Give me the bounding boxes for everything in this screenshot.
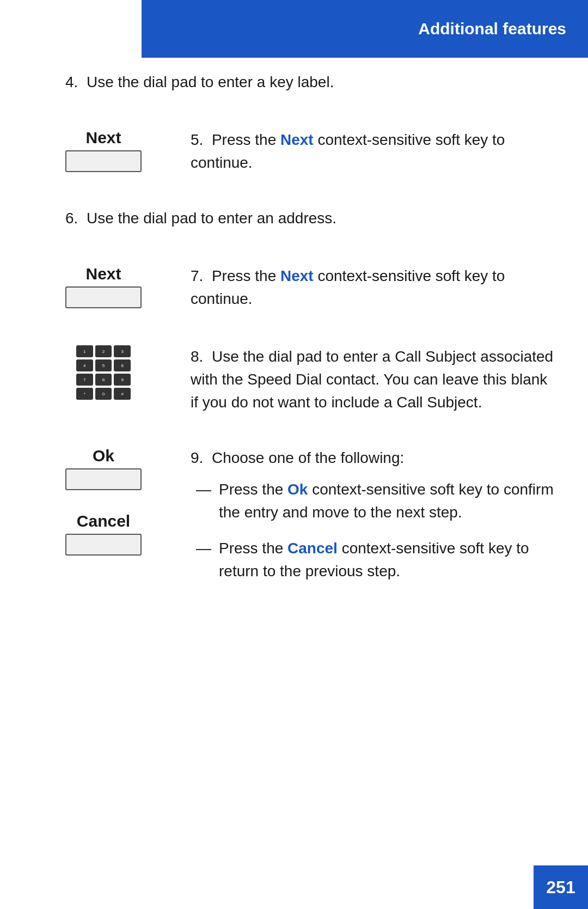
step-7-number: 7. xyxy=(191,267,203,284)
cancel-key-label: Cancel xyxy=(77,512,130,530)
next-key-box-1 xyxy=(65,150,142,172)
step-5-left: Next xyxy=(33,126,174,172)
dial-pad-key-8: 8 xyxy=(95,374,112,386)
step-7-right: 7. Press the Next context-sensitive soft… xyxy=(174,263,555,310)
dial-pad-key-2: 2 xyxy=(95,345,112,357)
step-7-left: Next xyxy=(33,263,174,308)
next-key-box-2 xyxy=(65,286,142,308)
step-6-row: 6. Use the dial pad to enter an address. xyxy=(33,207,555,230)
sub-1-highlight: Ok xyxy=(287,481,308,498)
dial-pad-key-7: 7 xyxy=(76,374,93,386)
dial-pad-key-0: 0 xyxy=(95,388,112,400)
dial-pad-key-9: 9 xyxy=(114,374,131,386)
header-bar: Additional features xyxy=(142,0,588,58)
dial-pad-key-3: 3 xyxy=(114,345,131,357)
cancel-key-box xyxy=(65,534,142,556)
step-8-text: 8. Use the dial pad to enter a Call Subj… xyxy=(191,348,553,411)
dial-pad-key-6: 6 xyxy=(114,359,131,371)
step-5-row: Next 5. Press the Next context-sensitive… xyxy=(33,126,555,174)
step-9-sub-item-2: — Press the Cancel context-sensitive sof… xyxy=(196,537,555,583)
step-7-text: 7. Press the Next context-sensitive soft… xyxy=(191,267,505,307)
step-5-pre: Press the xyxy=(212,131,280,148)
step-8-content: Use the dial pad to enter a Call Subject… xyxy=(191,348,553,411)
sub-2-pre: Press the xyxy=(219,540,287,557)
step-6-text: 6. Use the dial pad to enter an address. xyxy=(65,207,336,230)
step-8-left: 123456789*0# xyxy=(33,343,174,404)
dial-pad-icon: 123456789*0# xyxy=(76,345,131,400)
next-key-label-1: Next xyxy=(85,129,121,147)
dial-pad-key-*: * xyxy=(76,388,93,400)
step-6-number: 6. xyxy=(65,210,78,227)
step-9-row: Ok Cancel 9. Choose one of the following… xyxy=(33,447,555,596)
step-5-text: 5. Press the Next context-sensitive soft… xyxy=(191,131,505,171)
ok-key-box xyxy=(65,468,142,490)
step-7-row: Next 7. Press the Next context-sensitive… xyxy=(33,263,555,310)
dial-pad-key-1: 1 xyxy=(76,345,93,357)
step-8-number: 8. xyxy=(191,348,203,365)
step-4-row: 4. Use the dial pad to enter a key label… xyxy=(33,71,555,94)
step-9-intro: 9. Choose one of the following: xyxy=(191,449,404,466)
ok-key-label: Ok xyxy=(93,447,114,465)
header-title: Additional features xyxy=(418,20,566,38)
step-5-right: 5. Press the Next context-sensitive soft… xyxy=(174,126,555,174)
step-4-content: Use the dial pad to enter a key label. xyxy=(87,74,334,90)
sub-2-highlight: Cancel xyxy=(287,540,338,557)
step-8-row: 123456789*0# 8. Use the dial pad to ente… xyxy=(33,343,555,414)
page-number: 251 xyxy=(534,865,588,909)
step-4-text: 4. Use the dial pad to enter a key label… xyxy=(65,71,334,94)
step-9-choose: Choose one of the following: xyxy=(212,449,404,466)
sub-1-pre: Press the xyxy=(219,481,287,498)
step-6-content: Use the dial pad to enter an address. xyxy=(87,210,336,227)
step-9-number: 9. xyxy=(191,449,203,466)
step-8-right: 8. Use the dial pad to enter a Call Subj… xyxy=(174,343,555,414)
step-5-number: 5. xyxy=(191,131,203,148)
step-7-highlight: Next xyxy=(280,267,314,284)
step-9-sub-item-1: — Press the Ok context-sensitive soft ke… xyxy=(196,478,555,524)
step-9-sub-list: — Press the Ok context-sensitive soft ke… xyxy=(191,478,555,583)
step-4-number: 4. xyxy=(65,74,78,90)
dial-pad-key-5: 5 xyxy=(95,359,112,371)
dial-pad-key-#: # xyxy=(114,388,131,400)
step-9-left: Ok Cancel xyxy=(33,447,174,556)
step-7-pre: Press the xyxy=(212,267,280,284)
next-key-label-2: Next xyxy=(85,265,121,283)
step-5-highlight: Next xyxy=(280,131,314,148)
step-9-right: 9. Choose one of the following: — Press … xyxy=(174,447,555,596)
dial-pad-key-4: 4 xyxy=(76,359,93,371)
